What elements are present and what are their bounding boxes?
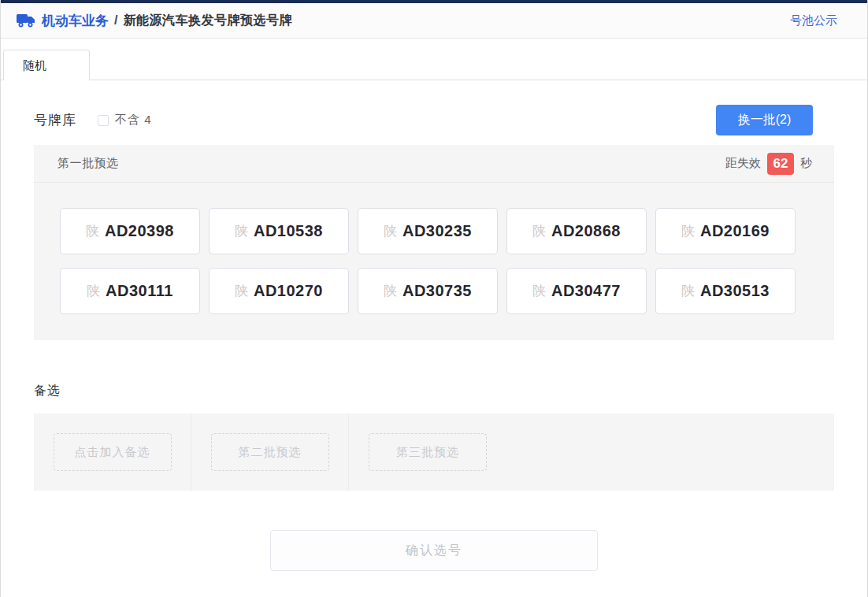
page-title: 新能源汽车换发号牌预选号牌: [123, 13, 292, 29]
plate-province: 陕: [384, 222, 397, 240]
plate-option[interactable]: 陕 AD20169: [655, 208, 796, 254]
tab-bar: 随机: [1, 50, 867, 80]
truck-icon: [17, 13, 35, 28]
alternative-slot-cell: 第二批预选: [191, 413, 349, 491]
plate-option[interactable]: 陕 AD30735: [358, 268, 498, 314]
breadcrumb-separator: /: [114, 13, 117, 28]
plate-province: 陕: [384, 282, 397, 300]
plate-number: AD20169: [700, 222, 770, 240]
plate-number: AD20868: [551, 222, 621, 240]
plate-number: AD10270: [254, 282, 323, 300]
plate-number: AD30111: [106, 282, 173, 300]
pool-toolbar: 号牌库 不含 4 换一批(2): [34, 105, 834, 135]
plate-province: 陕: [681, 222, 695, 240]
alternative-slot-cell: 点击加入备选: [34, 413, 191, 491]
change-batch-button[interactable]: 换一批(2): [716, 105, 813, 135]
plate-option[interactable]: 陕 AD20398: [60, 208, 200, 254]
plate-option[interactable]: 陕 AD10538: [209, 208, 349, 254]
plate-grid: 陕 AD20398 陕 AD10538 陕 AD30235 陕 AD20868 …: [34, 183, 834, 340]
plate-option[interactable]: 陕 AD20868: [506, 208, 647, 254]
alternative-slot-cell: 第三批预选: [349, 413, 506, 491]
breadcrumb-section[interactable]: 机动车业务: [42, 12, 109, 30]
pool-publicity-link[interactable]: 号池公示: [790, 13, 837, 28]
plate-number: AD30513: [700, 282, 770, 300]
plate-number: AD20398: [105, 222, 174, 240]
expiry-countdown: 距失效 62 秒: [725, 153, 812, 175]
plate-province: 陕: [532, 282, 546, 300]
header: 机动车业务 / 新能源汽车换发号牌预选号牌 号池公示: [1, 3, 867, 39]
plate-province: 陕: [86, 222, 99, 240]
plate-province: 陕: [532, 222, 546, 240]
alternatives-title: 备选: [34, 383, 834, 399]
plate-option[interactable]: 陕 AD30477: [506, 268, 647, 314]
plate-number: AD30235: [402, 222, 472, 240]
plate-number: AD30477: [551, 282, 621, 300]
plate-province: 陕: [235, 222, 248, 240]
plate-province: 陕: [681, 282, 695, 300]
expiry-suffix: 秒: [800, 156, 812, 171]
alternatives-panel: 点击加入备选 第二批预选 第三批预选: [34, 413, 834, 491]
plate-number: AD10538: [254, 222, 323, 240]
exclude-4-filter[interactable]: 不含 4: [98, 113, 152, 128]
add-alternative-button[interactable]: 点击加入备选: [54, 433, 172, 471]
plate-option[interactable]: 陕 AD10270: [209, 268, 349, 314]
plate-option[interactable]: 陕 AD30235: [358, 208, 498, 254]
pool-label: 号牌库: [34, 111, 76, 129]
plate-option[interactable]: 陕 AD30513: [655, 268, 796, 314]
plate-province: 陕: [87, 282, 100, 300]
expiry-seconds-badge: 62: [767, 153, 794, 175]
plate-option[interactable]: 陕 AD30111: [60, 268, 200, 314]
page: 机动车业务 / 新能源汽车换发号牌预选号牌 号池公示 随机 号牌库 不含 4 换…: [0, 0, 868, 597]
plate-province: 陕: [235, 282, 248, 300]
third-batch-slot-button[interactable]: 第三批预选: [369, 433, 487, 471]
batch-title: 第一批预选: [57, 156, 119, 171]
first-batch-header: 第一批预选 距失效 62 秒: [34, 145, 834, 183]
expiry-prefix: 距失效: [725, 156, 761, 171]
confirm-selection-button[interactable]: 确认选号: [270, 530, 598, 571]
exclude-4-label: 不含 4: [115, 113, 152, 128]
main-content: 号牌库 不含 4 换一批(2) 第一批预选 距失效 62 秒 陕: [1, 105, 867, 571]
plate-number: AD30735: [402, 282, 472, 300]
first-batch-panel: 第一批预选 距失效 62 秒 陕 AD20398 陕 AD10538: [34, 145, 834, 340]
tab-random[interactable]: 随机: [3, 50, 90, 80]
second-batch-slot-button[interactable]: 第二批预选: [211, 433, 329, 471]
exclude-4-checkbox[interactable]: [98, 115, 109, 126]
